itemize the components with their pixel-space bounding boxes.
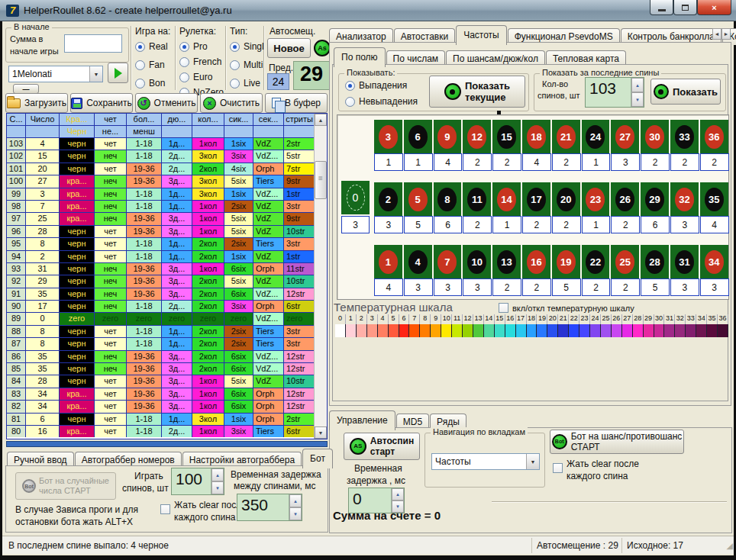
br-clear-checkbox[interactable] — [553, 463, 563, 473]
radio-icon[interactable] — [179, 42, 189, 52]
random-bot-start-button[interactable]: Bot Бот на случайные числа СТАРТ — [15, 472, 116, 500]
table-row[interactable]: 8535черннеч19-363д...2кол6sixVdZ...12str — [7, 363, 327, 375]
table-row[interactable]: 9725кра...неч19-363д...1кол5sixVdZ9str — [7, 213, 327, 225]
field-number-20[interactable]: 20 — [552, 182, 580, 216]
temp-scale-checkbox[interactable] — [499, 303, 508, 313]
field-number-12[interactable]: 12 — [463, 120, 491, 153]
spin-up-icon[interactable]: ▲ — [631, 78, 644, 92]
radio-icon[interactable] — [179, 72, 189, 82]
field-number-27[interactable]: 27 — [611, 120, 639, 153]
table-row[interactable]: 9135черннеч19-363д...2кол6sixVdZ...12str — [7, 288, 327, 301]
table-row[interactable]: 9628чернчет19-363д...1кол5sixVdZ10str — [7, 226, 327, 238]
field-number-0[interactable]: 0 — [341, 181, 370, 214]
maximize-button-icon[interactable] — [673, 0, 697, 15]
field-number-36[interactable]: 36 — [700, 120, 728, 153]
close-button-icon[interactable]: × — [697, 0, 731, 15]
radio-option-Real[interactable]: Real — [135, 41, 170, 52]
tab-Управление[interactable]: Управление — [329, 410, 395, 430]
field-number-2[interactable]: 2 — [374, 182, 402, 216]
clear-after-spin-checkbox[interactable] — [160, 504, 170, 514]
preset-combobox[interactable]: 1Melonati ▼ — [8, 66, 103, 82]
table-row[interactable]: 942чернчет1-181д...2кол1sixVdZ1str — [7, 251, 327, 263]
resize-grip[interactable]: ◢ — [727, 541, 733, 551]
new-button[interactable]: Новое — [267, 38, 311, 58]
show-current-button[interactable]: Показатьтекущие — [429, 76, 525, 108]
table-row[interactable]: 9017черннеч1-182д...2кол3sixOrph6str — [7, 301, 327, 313]
field-number-18[interactable]: 18 — [522, 120, 550, 153]
table-row[interactable]: 9229черннеч19-363д...2кол5sixVdZ10str — [7, 275, 327, 288]
chevron-down-icon[interactable]: ▼ — [89, 66, 102, 82]
field-number-23[interactable]: 23 — [582, 182, 610, 216]
field-number-14[interactable]: 14 — [492, 182, 521, 216]
field-number-13[interactable]: 13 — [492, 245, 521, 278]
spin-up-icon[interactable]: ▲ — [211, 468, 224, 481]
spin-down-icon[interactable]: ▼ — [631, 92, 644, 107]
table-row[interactable]: 987кра...неч1-181д...1кол2sixVdZ3str — [7, 201, 327, 213]
field-number-11[interactable]: 11 — [463, 182, 491, 216]
radio-option-Euro[interactable]: Euro — [179, 72, 224, 82]
field-number-29[interactable]: 29 — [641, 182, 669, 216]
toolbar-button-copy-to-buffer-icon[interactable]: В буфер — [265, 93, 328, 113]
tab-По полю[interactable]: По полю — [334, 47, 386, 67]
spins-window-spinner[interactable]: 103 ▲▼ — [585, 77, 644, 108]
table-row[interactable]: 10120чернчет19-362д...2кол4sixOrph7str — [7, 163, 327, 175]
play-button[interactable] — [108, 63, 128, 83]
radio-option-Выпадения[interactable]: Выпадения — [345, 80, 418, 91]
spin-down-icon[interactable]: ▼ — [211, 481, 224, 494]
field-number-3[interactable]: 3 — [374, 120, 402, 153]
toolbar-button-undo-icon[interactable]: ↺Отменить — [135, 93, 198, 113]
field-number-19[interactable]: 19 — [552, 245, 580, 278]
field-number-33[interactable]: 33 — [670, 120, 699, 153]
field-number-31[interactable]: 31 — [670, 245, 699, 278]
table-row[interactable]: 890zerozerozerozerozerozeroVdZ...zero — [7, 313, 327, 325]
radio-icon[interactable] — [230, 60, 240, 70]
start-sum-input[interactable] — [64, 34, 122, 53]
table-row[interactable]: 993кра...неч1-181д...3кол1sixVdZ...1str — [7, 188, 327, 201]
tab-Частоты[interactable]: Частоты — [456, 25, 507, 45]
radio-icon[interactable] — [345, 81, 355, 91]
show-button[interactable]: Показать — [650, 79, 721, 105]
field-number-7[interactable]: 7 — [434, 245, 462, 278]
radio-option-Live[interactable]: Live — [230, 78, 264, 89]
field-number-4[interactable]: 4 — [404, 245, 432, 278]
field-number-25[interactable]: 25 — [611, 245, 639, 278]
radio-icon[interactable] — [135, 79, 145, 89]
field-number-30[interactable]: 30 — [641, 120, 669, 153]
field-number-16[interactable]: 16 — [522, 245, 550, 278]
table-row[interactable]: 888чернчет1-181д...2кол2sixTiers3str — [7, 326, 327, 338]
field-number-28[interactable]: 28 — [641, 245, 669, 278]
table-row[interactable]: 958чернчет1-181д...2кол2sixTiers3str — [7, 238, 327, 250]
table-row[interactable]: 8234кра...чет19-363д...1кол6sixOrph12str — [7, 401, 327, 413]
title-bar[interactable]: 7 HelperRoullet 8.62 - create helperroul… — [0, 0, 736, 21]
field-number-1[interactable]: 1 — [374, 245, 402, 278]
nav-combobox[interactable]: Частоты ▼ — [431, 453, 540, 470]
field-number-21[interactable]: 21 — [552, 120, 580, 153]
toolbar-button-save-floppy-icon[interactable]: Сохранить — [70, 93, 133, 113]
radio-option-French[interactable]: French — [179, 56, 224, 67]
radio-option-Невыпадения[interactable]: Невыпадения — [345, 96, 418, 107]
radio-icon[interactable] — [179, 57, 189, 67]
field-number-6[interactable]: 6 — [404, 120, 432, 153]
table-row[interactable]: 9331черннеч19-363д...1кол6sixOrph11str — [7, 263, 327, 275]
radio-icon[interactable] — [230, 79, 240, 89]
tab-scroll-left-icon[interactable]: ◄ — [712, 28, 721, 40]
tab-scroll-right-icon[interactable]: ► — [721, 28, 731, 40]
field-number-34[interactable]: 34 — [700, 245, 728, 278]
field-number-24[interactable]: 24 — [582, 120, 610, 153]
table-row[interactable]: 10027кра...неч19-363д...3кол5sixTiers9st… — [7, 175, 327, 188]
spin-down-icon[interactable]: ▼ — [289, 507, 302, 520]
field-number-5[interactable]: 5 — [404, 182, 432, 216]
spin-up-icon[interactable]: ▲ — [392, 488, 404, 500]
table-row[interactable]: 8334кра...чет19-363д...1кол6sixOrph12str — [7, 388, 327, 401]
radio-option-Singl[interactable]: Singl — [230, 41, 264, 52]
as-icon-button[interactable]: As — [314, 40, 331, 56]
tab-Бот[interactable]: Бот — [302, 449, 333, 468]
radio-option-Pro[interactable]: Pro — [179, 41, 224, 52]
autospin-start-button[interactable]: AS Автоспинстарт — [344, 433, 420, 460]
table-row[interactable]: 10215черннеч1-182д...3кол3sixVdZ...5str — [7, 150, 327, 163]
radio-option-Fan[interactable]: Fan — [135, 60, 170, 70]
spin-up-icon[interactable]: ▲ — [289, 494, 302, 507]
horizontal-scrollbar[interactable] — [6, 441, 328, 447]
field-number-10[interactable]: 10 — [463, 245, 491, 278]
radio-icon[interactable] — [345, 97, 355, 107]
